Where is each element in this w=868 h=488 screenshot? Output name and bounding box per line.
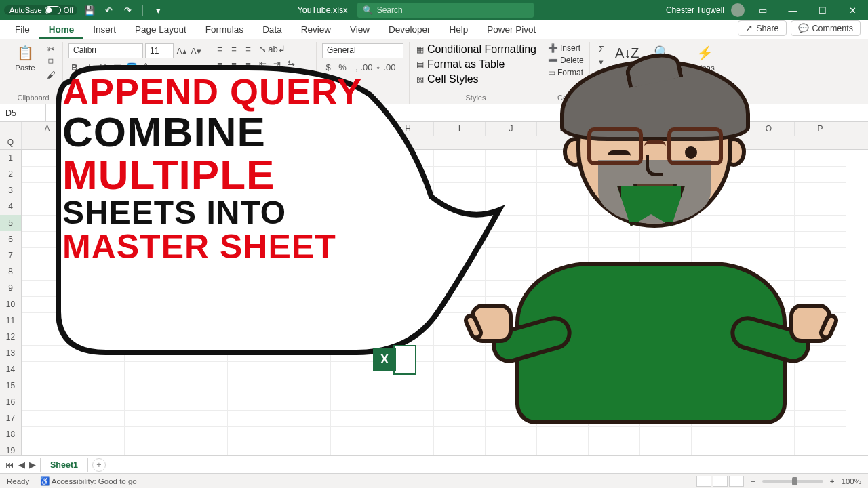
cell[interactable] <box>125 378 176 394</box>
row-header[interactable]: 15 <box>0 378 22 394</box>
scroll-first-icon[interactable]: ⏮ <box>5 460 14 470</box>
font-family-select[interactable]: Calibri <box>68 43 143 58</box>
tab-review[interactable]: Review <box>292 21 340 39</box>
cell[interactable] <box>331 231 382 248</box>
cell[interactable] <box>125 394 176 411</box>
tab-insert[interactable]: Insert <box>83 21 125 39</box>
zoom-level[interactable]: 100% <box>842 477 861 485</box>
cell[interactable] <box>73 150 125 167</box>
cell[interactable] <box>176 231 228 248</box>
cell[interactable] <box>692 443 743 455</box>
cell[interactable] <box>434 443 486 455</box>
cell[interactable] <box>331 150 382 167</box>
tab-file[interactable]: File <box>5 21 39 39</box>
cell[interactable] <box>176 280 228 297</box>
cell[interactable] <box>331 394 382 411</box>
cell[interactable] <box>73 166 125 183</box>
paste-button[interactable]: 📋 Paste <box>9 43 41 72</box>
column-header[interactable]: Q <box>0 136 22 149</box>
cell[interactable] <box>176 296 228 313</box>
scroll-next-icon[interactable]: ▶ <box>29 460 36 470</box>
cell[interactable] <box>279 378 331 394</box>
cell[interactable] <box>125 361 176 378</box>
cell[interactable] <box>125 247 176 264</box>
sheet-tab[interactable]: Sheet1 <box>40 458 88 472</box>
row-header[interactable]: 14 <box>0 361 22 378</box>
comments-button[interactable]: 💬Comments <box>791 20 861 36</box>
cell[interactable] <box>125 215 176 232</box>
cell[interactable] <box>279 312 331 329</box>
cell[interactable] <box>125 296 176 313</box>
cell[interactable] <box>73 296 125 313</box>
cell[interactable] <box>125 312 176 329</box>
tab-help[interactable]: Help <box>440 21 478 39</box>
cell[interactable] <box>279 199 331 216</box>
fill-color-icon[interactable]: 🪣 <box>125 62 138 73</box>
cell[interactable] <box>382 280 434 297</box>
cell[interactable] <box>176 410 228 427</box>
tab-page-layout[interactable]: Page Layout <box>125 21 196 39</box>
cell[interactable] <box>382 410 434 427</box>
column-header[interactable]: F <box>279 122 331 136</box>
format-as-table-icon[interactable]: ▤ <box>415 59 425 70</box>
cell[interactable] <box>176 215 228 232</box>
align-bottom-icon[interactable]: ≡ <box>242 43 254 54</box>
increase-font-icon[interactable]: A▴ <box>176 45 188 56</box>
conditional-formatting-icon[interactable]: ▦ <box>415 44 425 55</box>
row-header[interactable]: 13 <box>0 345 22 362</box>
align-center-icon[interactable]: ≡ <box>228 58 240 68</box>
cell[interactable] <box>486 443 537 455</box>
cell[interactable] <box>331 166 382 183</box>
cell[interactable] <box>331 410 382 427</box>
cell[interactable] <box>331 312 382 329</box>
cell[interactable] <box>22 378 73 394</box>
cell[interactable] <box>382 394 434 411</box>
cell[interactable] <box>382 166 434 183</box>
cell[interactable] <box>176 150 228 167</box>
column-header[interactable]: D <box>176 122 228 136</box>
cell[interactable] <box>125 264 176 281</box>
name-box[interactable]: D5 <box>0 104 46 121</box>
column-header[interactable]: H <box>382 122 434 136</box>
cell[interactable] <box>125 443 176 455</box>
undo-icon[interactable]: ↶ <box>102 3 115 17</box>
column-header[interactable]: G <box>331 122 382 136</box>
merge-center-icon[interactable]: ⇆ <box>285 58 297 68</box>
qat-customize-icon[interactable]: ▾ <box>151 3 165 17</box>
cell[interactable] <box>228 280 279 297</box>
cell[interactable] <box>22 166 73 183</box>
cell[interactable] <box>73 361 125 378</box>
cell[interactable] <box>382 296 434 313</box>
cell[interactable] <box>279 296 331 313</box>
cell[interactable] <box>279 182 331 199</box>
format-painter-icon[interactable]: 🖌 <box>45 69 57 80</box>
cell[interactable] <box>279 166 331 183</box>
wrap-text-icon[interactable]: ab↲ <box>271 43 283 54</box>
column-header[interactable]: A <box>22 122 73 136</box>
cell[interactable] <box>125 182 176 199</box>
cell[interactable] <box>228 199 279 216</box>
column-header[interactable]: B <box>73 122 125 136</box>
cell[interactable] <box>22 345 73 362</box>
cell[interactable] <box>331 199 382 216</box>
cell[interactable] <box>22 296 73 313</box>
cell[interactable] <box>73 394 125 411</box>
cell[interactable] <box>125 410 176 427</box>
decrease-font-icon[interactable]: A▾ <box>190 45 202 56</box>
share-button[interactable]: ↗Share <box>738 20 786 36</box>
conditional-formatting-button[interactable]: Conditional Formatting <box>427 43 536 56</box>
cell[interactable] <box>73 199 125 216</box>
cell[interactable] <box>125 199 176 216</box>
cell[interactable] <box>125 280 176 297</box>
redo-icon[interactable]: ↷ <box>121 3 134 17</box>
cell[interactable] <box>382 247 434 264</box>
cell[interactable] <box>125 166 176 183</box>
cell[interactable] <box>279 329 331 346</box>
cell[interactable] <box>125 426 176 443</box>
percent-icon[interactable]: % <box>336 62 349 73</box>
cell[interactable] <box>228 296 279 313</box>
row-header[interactable]: 1 <box>0 150 22 167</box>
cell[interactable] <box>743 443 795 455</box>
cell[interactable] <box>228 426 279 443</box>
cell[interactable] <box>73 280 125 297</box>
